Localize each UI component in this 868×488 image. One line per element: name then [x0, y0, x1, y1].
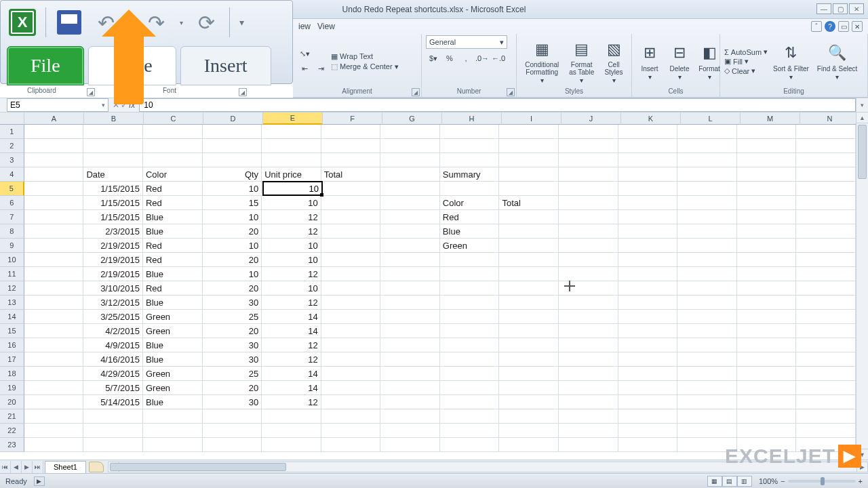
next-sheet-button[interactable]: ▶ [22, 461, 33, 473]
currency-button[interactable]: $▾ [426, 52, 441, 65]
column-header-I[interactable]: I [502, 113, 561, 125]
cell-E12[interactable]: 10 [262, 281, 321, 296]
cell-L8[interactable] [677, 224, 737, 239]
cell-D18[interactable]: 25 [203, 367, 262, 381]
cell-A10[interactable] [24, 253, 84, 267]
cell-J10[interactable] [559, 253, 618, 267]
file-tab[interactable]: File [7, 46, 84, 85]
cell-B13[interactable]: 3/12/2015 [83, 296, 143, 310]
cell-E15[interactable]: 14 [262, 324, 321, 338]
cell-N18[interactable] [796, 367, 856, 381]
page-layout-view-button[interactable]: ▤ [722, 476, 737, 487]
cell-K16[interactable] [618, 338, 678, 352]
cell-F14[interactable] [321, 310, 381, 324]
cell-K10[interactable] [618, 253, 678, 267]
zoom-out-button[interactable]: − [781, 477, 785, 485]
redo-dropdown[interactable]: ▾ [176, 19, 186, 26]
insert-tab[interactable]: Insert [180, 46, 271, 85]
cell-A14[interactable] [24, 310, 84, 324]
cell-I7[interactable] [499, 210, 559, 224]
cell-G14[interactable] [380, 310, 440, 324]
cell-D22[interactable] [203, 424, 262, 438]
cell-B14[interactable]: 3/25/2015 [83, 310, 143, 324]
cell-M14[interactable] [737, 310, 797, 324]
column-header-D[interactable]: D [203, 113, 263, 125]
cell-G21[interactable] [380, 409, 440, 424]
cell-I19[interactable] [499, 381, 559, 395]
cell-E4[interactable]: Unit price [262, 167, 321, 182]
cell-M10[interactable] [737, 253, 797, 267]
column-header-L[interactable]: L [681, 113, 741, 125]
cell-D23[interactable] [203, 438, 262, 452]
clear-button[interactable]: ◇ Clear ▾ [724, 66, 768, 75]
cell-F21[interactable] [321, 409, 381, 424]
cell-C19[interactable]: Green [143, 381, 203, 395]
cell-E21[interactable] [262, 409, 321, 424]
cell-B19[interactable]: 5/7/2015 [83, 381, 143, 395]
cell-E9[interactable]: 10 [262, 239, 321, 253]
format-as-table-button[interactable]: ▤Format as Table▾ [566, 37, 597, 85]
cell-L17[interactable] [677, 352, 737, 367]
zoom-in-button[interactable]: + [859, 477, 863, 485]
cell-D10[interactable]: 20 [203, 253, 262, 267]
cell-F22[interactable] [321, 424, 381, 438]
cell-M7[interactable] [737, 210, 797, 224]
cell-I10[interactable] [499, 253, 559, 267]
orientation-button[interactable]: ⤡▾ [297, 47, 312, 61]
first-sheet-button[interactable]: ⏮ [0, 461, 11, 473]
row-header-22[interactable]: 22 [0, 424, 24, 438]
cell-C8[interactable]: Blue [143, 224, 203, 239]
cell-E13[interactable]: 12 [262, 296, 321, 310]
cell-L12[interactable] [677, 281, 737, 296]
cell-D13[interactable]: 30 [203, 296, 262, 310]
cell-M20[interactable] [737, 395, 797, 409]
cell-A9[interactable] [24, 239, 84, 253]
decrease-decimal-button[interactable]: ←.0 [491, 52, 506, 65]
cell-G9[interactable] [380, 239, 440, 253]
increase-decimal-button[interactable]: .0→ [475, 52, 490, 65]
conditional-formatting-button[interactable]: ▦Conditional Formatting▾ [521, 37, 563, 85]
formula-bar[interactable]: 10 [139, 98, 856, 112]
cell-B12[interactable]: 3/10/2015 [83, 281, 143, 296]
cell-F2[interactable] [321, 139, 381, 153]
worksheet-grid[interactable]: ABCDEFGHIJKLMN 1234DateColorQtyUnit pric… [0, 113, 868, 460]
cell-B6[interactable]: 1/15/2015 [83, 196, 143, 210]
cell-H18[interactable] [440, 367, 500, 381]
cell-J17[interactable] [559, 352, 618, 367]
cell-K9[interactable] [618, 239, 678, 253]
cell-B23[interactable] [83, 438, 143, 452]
cell-C7[interactable]: Blue [143, 210, 203, 224]
percent-button[interactable]: % [442, 52, 457, 65]
column-header-G[interactable]: G [382, 113, 442, 125]
cell-J22[interactable] [559, 424, 618, 438]
cell-K19[interactable] [618, 381, 678, 395]
cell-H20[interactable] [440, 395, 500, 409]
cell-E1[interactable] [262, 125, 321, 139]
cell-L7[interactable] [677, 210, 737, 224]
cell-I23[interactable] [499, 438, 559, 452]
cell-N10[interactable] [796, 253, 856, 267]
column-header-B[interactable]: B [84, 113, 144, 125]
cell-I2[interactable] [499, 139, 559, 153]
format-cells-button[interactable]: ◧Format▾ [696, 41, 723, 82]
cell-I20[interactable] [499, 395, 559, 409]
cell-F3[interactable] [321, 153, 381, 167]
horizontal-scrollbar[interactable]: ◀ ▶ [108, 462, 868, 472]
cell-E10[interactable]: 10 [262, 253, 321, 267]
cell-N12[interactable] [796, 281, 856, 296]
cell-C9[interactable]: Red [143, 239, 203, 253]
cell-J3[interactable] [559, 153, 618, 167]
cell-I5[interactable] [499, 182, 559, 196]
cell-N1[interactable] [796, 125, 856, 139]
last-sheet-button[interactable]: ⏭ [33, 461, 43, 473]
row-header-18[interactable]: 18 [0, 367, 24, 381]
zoom-level[interactable]: 100% [759, 477, 778, 485]
cell-F23[interactable] [321, 438, 381, 452]
cell-A5[interactable] [24, 182, 84, 196]
cell-I4[interactable] [499, 167, 559, 182]
cell-H5[interactable] [440, 182, 500, 196]
cell-G17[interactable] [380, 352, 440, 367]
cell-H7[interactable]: Red [440, 210, 500, 224]
column-header-K[interactable]: K [621, 113, 681, 125]
row-header-4[interactable]: 4 [0, 167, 24, 182]
